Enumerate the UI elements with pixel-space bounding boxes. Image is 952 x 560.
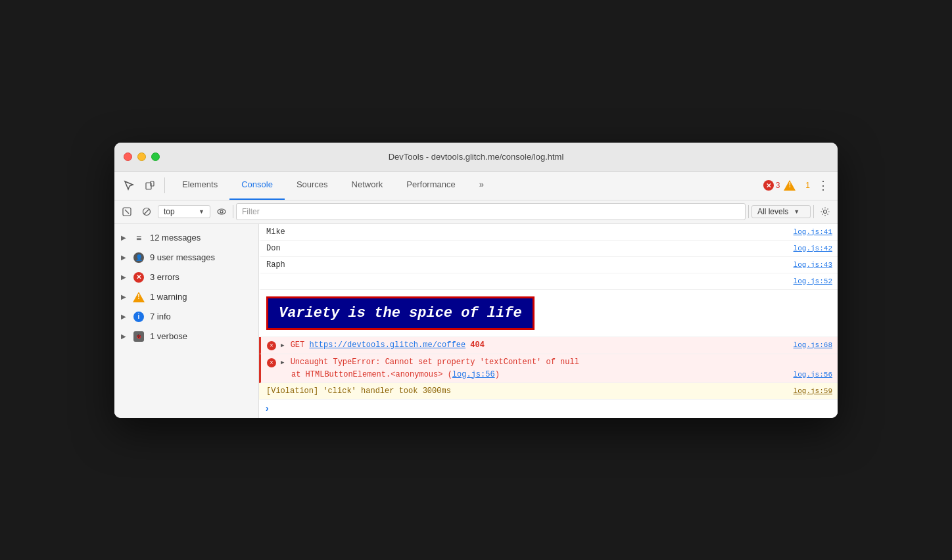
log-js-link[interactable]: log.js:56	[452, 370, 495, 379]
clear-console-button[interactable]	[118, 203, 135, 220]
row-link-59[interactable]: log.js:59	[794, 385, 832, 397]
expand-arrow: ▶	[121, 333, 128, 340]
device-toggle-icon[interactable]	[141, 176, 159, 195]
tab-console[interactable]: Console	[229, 171, 285, 200]
tab-elements[interactable]: Elements	[170, 171, 229, 200]
error-icon2: ✕	[267, 358, 276, 367]
console-panel: Mike log.js:41 Don log.js:42 Raph log.js…	[259, 224, 838, 418]
svg-point-7	[220, 210, 223, 213]
info-circle-icon: i	[133, 312, 144, 322]
context-select[interactable]: top ▼	[158, 205, 210, 218]
featured-box: Variety is the spice of life	[266, 296, 535, 330]
verbose-bug-icon: 🐞	[133, 331, 144, 342]
expand-arrow: ▶	[121, 273, 128, 281]
more-button[interactable]: ⋮	[814, 176, 832, 195]
row-link-raph[interactable]: log.js:43	[794, 259, 832, 271]
row-content: Mike log.js:41	[266, 226, 832, 238]
row-expand-arrow2[interactable]: ▶	[281, 360, 284, 366]
row-content-error: ▶ Uncaught TypeError: Cannot set propert…	[281, 356, 832, 381]
console-row-featured: Variety is the spice of life	[259, 290, 838, 337]
eye-icon[interactable]	[213, 203, 230, 220]
row-link-mike[interactable]: log.js:41	[794, 226, 832, 238]
expand-arrow: ▶	[121, 313, 128, 320]
console-toolbar: top ▼ All levels ▼	[114, 200, 838, 224]
console-row-typeerror: ✕ ▶ Uncaught TypeError: Cannot set prope…	[259, 354, 838, 383]
toolbar-divider3	[813, 205, 814, 218]
row-link-68[interactable]: log.js:68	[794, 339, 832, 351]
svg-point-6	[218, 209, 226, 214]
warning-badge[interactable]: 1	[784, 180, 810, 191]
filter-input[interactable]	[236, 203, 746, 220]
sidebar-item-info[interactable]: ▶ i 7 info	[114, 307, 258, 327]
error-badge[interactable]: ✕ 3	[763, 180, 780, 191]
toolbar-divider	[233, 205, 233, 218]
user-circle-icon: 👤	[133, 252, 144, 263]
tab-list: Elements Console Sources Network Perform…	[170, 172, 761, 200]
row-link-56[interactable]: log.js:56	[794, 369, 832, 381]
sidebar-item-errors[interactable]: ▶ ✕ 3 errors	[114, 268, 258, 287]
settings-icon[interactable]	[817, 203, 834, 220]
sidebar-item-user-messages[interactable]: ▶ 👤 9 user messages	[114, 248, 258, 268]
user-icon: 👤	[133, 252, 145, 264]
error-icon: ✕	[267, 341, 276, 350]
row-content: Raph log.js:43	[266, 259, 832, 271]
console-row-mike: Mike log.js:41	[259, 224, 838, 241]
close-button[interactable]	[124, 152, 132, 161]
expand-arrow: ▶	[121, 234, 128, 241]
tab-sources[interactable]: Sources	[285, 171, 340, 200]
warning-sidebar-icon	[133, 291, 145, 303]
console-row-empty: log.js:52	[259, 273, 838, 290]
error-row-icon2: ✕	[266, 358, 277, 368]
row-content: log.js:52	[266, 275, 832, 287]
console-row-get-error: ✕ ▶ GET https://devtools.glitch.me/coffe…	[259, 337, 838, 354]
sidebar-item-verbose[interactable]: ▶ 🐞 1 verbose	[114, 327, 258, 346]
error-row-icon: ✕	[266, 340, 277, 351]
console-row-raph: Raph log.js:43	[259, 257, 838, 273]
url-link[interactable]: https://devtools.glitch.me/coffee	[309, 340, 465, 350]
svg-line-5	[144, 209, 149, 214]
row-expand-arrow[interactable]: ▶	[281, 342, 284, 349]
sidebar-item-warnings[interactable]: ▶ 1 warning	[114, 287, 258, 307]
error-icon: ✕	[763, 180, 774, 191]
tab-bar: Elements Console Sources Network Perform…	[114, 172, 838, 200]
devtools-window: DevTools - devtools.glitch.me/console/lo…	[114, 143, 838, 418]
main-content: ▶ ≡ 12 messages ▶ 👤 9 user messages ▶ ✕ …	[114, 224, 838, 418]
svg-point-8	[824, 210, 827, 214]
row-content: ▶ GET https://devtools.glitch.me/coffee …	[281, 339, 832, 352]
divider	[164, 177, 165, 193]
row-content: Don log.js:42	[266, 243, 832, 254]
window-title: DevTools - devtools.glitch.me/console/lo…	[389, 152, 564, 162]
tab-performance[interactable]: Performance	[394, 171, 467, 200]
featured-text: Variety is the spice of life	[279, 305, 522, 321]
tab-network[interactable]: Network	[340, 171, 395, 200]
console-row-violation: [Violation] 'click' handler took 3000ms …	[259, 383, 838, 400]
toolbar-divider2	[748, 205, 749, 218]
titlebar: DevTools - devtools.glitch.me/console/lo…	[114, 143, 838, 172]
row-content-violation: [Violation] 'click' handler took 3000ms …	[266, 385, 832, 397]
expand-arrow: ▶	[121, 254, 128, 261]
toolbar-badges: ✕ 3 1 ⋮	[763, 176, 832, 195]
block-icon[interactable]	[138, 203, 155, 220]
list-icon: ≡	[133, 232, 145, 244]
info-sidebar-icon: i	[133, 311, 145, 323]
console-prompt: ›	[259, 400, 838, 418]
minimize-button[interactable]	[137, 152, 146, 161]
row-link-don[interactable]: log.js:42	[794, 243, 832, 254]
row-link-52[interactable]: log.js:52	[794, 275, 832, 287]
svg-line-3	[125, 210, 129, 214]
maximize-button[interactable]	[151, 152, 160, 161]
traffic-lights	[124, 152, 160, 161]
console-row-don: Don log.js:42	[259, 241, 838, 257]
warning-triangle-icon	[133, 292, 145, 302]
tab-more[interactable]: »	[467, 171, 496, 200]
verbose-sidebar-icon: 🐞	[133, 331, 145, 342]
sidebar-item-messages[interactable]: ▶ ≡ 12 messages	[114, 228, 258, 248]
sidebar: ▶ ≡ 12 messages ▶ 👤 9 user messages ▶ ✕ …	[114, 224, 259, 418]
inspect-icon[interactable]	[120, 176, 138, 195]
levels-select[interactable]: All levels ▼	[751, 205, 811, 218]
error-sidebar-icon: ✕	[133, 271, 145, 283]
prompt-arrow: ›	[264, 404, 270, 414]
levels-dropdown-arrow: ▼	[794, 208, 799, 215]
warning-icon	[784, 180, 796, 191]
expand-arrow: ▶	[121, 293, 128, 300]
